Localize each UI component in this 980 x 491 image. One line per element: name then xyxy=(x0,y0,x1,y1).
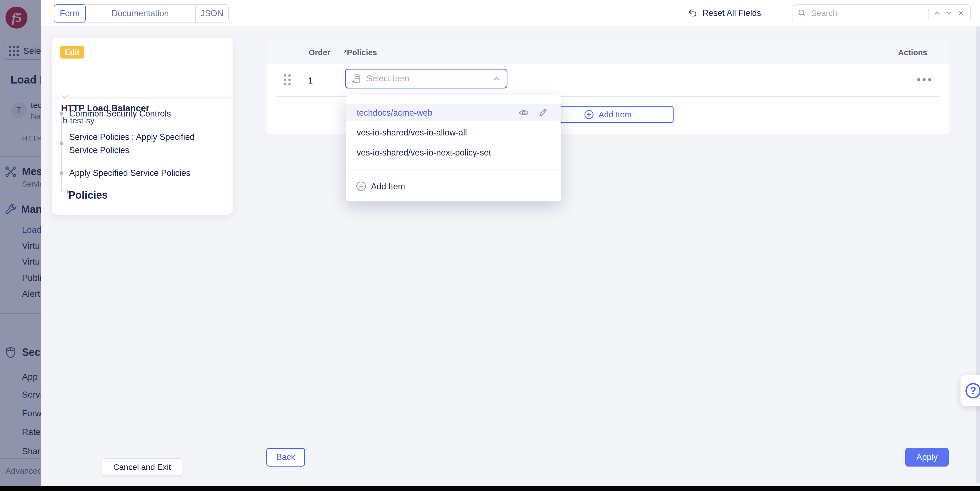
divider xyxy=(52,97,232,97)
dropdown-option-ves-io-next-policy-set[interactable]: ves-io-shared/ves-io-next-policy-set xyxy=(357,148,491,158)
dropdown-divider xyxy=(346,169,561,170)
form-overlay-page: Form Documentation JSON Reset All Fields xyxy=(41,0,980,491)
tab-form[interactable]: Form xyxy=(54,5,86,22)
column-header-actions: Actions xyxy=(898,48,927,57)
stepper-connector xyxy=(62,191,67,192)
tab-documentation[interactable]: Documentation xyxy=(85,5,195,22)
step-dot xyxy=(60,142,64,145)
collapse-chevron-icon[interactable] xyxy=(60,94,70,100)
view-mode-tabs: Form Documentation JSON xyxy=(54,5,229,22)
chevron-up-icon xyxy=(492,75,501,83)
edit-pencil-icon[interactable] xyxy=(538,107,548,118)
add-item-button[interactable]: Add Item xyxy=(542,106,674,123)
search-icon xyxy=(797,8,807,18)
left-navigation-sidebar: f5 Sele Load Ba T tec Nam HTTP Mes Servi… xyxy=(0,0,41,491)
step-service-policies[interactable]: Service Policies : Apply Specified Servi… xyxy=(69,131,215,157)
select-item-icon xyxy=(352,73,362,83)
cancel-and-exit-button[interactable]: Cancel and Exit xyxy=(102,458,182,476)
column-header-policies: *Policies xyxy=(344,48,377,57)
dropdown-add-item[interactable]: Add Item xyxy=(371,182,405,191)
step-apply-specified-service-policies[interactable]: Apply Specified Service Policies xyxy=(69,168,215,179)
help-button[interactable]: ? xyxy=(961,375,980,406)
stepper-line xyxy=(61,106,62,192)
step-policies-active[interactable]: Policies xyxy=(68,188,214,202)
dropdown-option-ves-io-allow-all[interactable]: ves-io-shared/ves-io-allow-all xyxy=(357,128,467,138)
back-button[interactable]: Back xyxy=(266,448,305,467)
add-item-label: Add Item xyxy=(598,110,632,119)
question-mark-icon: ? xyxy=(966,383,980,399)
page-scrollbar[interactable] xyxy=(976,26,980,484)
table-header-row: Order *Policies Actions xyxy=(267,41,949,64)
row-order-value: 1 xyxy=(308,76,313,86)
apply-button[interactable]: Apply xyxy=(905,448,949,467)
reset-all-fields-label: Reset All Fields xyxy=(702,8,761,18)
step-common-security-controls[interactable]: Common Security Controls xyxy=(69,108,215,119)
undo-arrow-icon xyxy=(687,8,698,18)
form-nav-panel: Edit HTTP Load Balancer lb-test-sy Commo… xyxy=(52,38,232,215)
search-input[interactable] xyxy=(811,8,924,18)
column-header-order: Order xyxy=(309,48,330,57)
divider xyxy=(928,8,929,19)
step-dot xyxy=(60,112,64,116)
drag-handle-icon[interactable] xyxy=(284,74,291,86)
search-box xyxy=(792,4,970,22)
reset-all-fields-button[interactable]: Reset All Fields xyxy=(687,0,761,26)
search-clear-icon[interactable] xyxy=(957,9,965,17)
screen-bottom-strip xyxy=(0,486,980,491)
policy-select-dropdown[interactable]: Select Item xyxy=(345,69,508,88)
step-dot xyxy=(60,171,64,175)
app-screen: f5 Sele Load Ba T tec Nam HTTP Mes Servi… xyxy=(0,0,980,491)
policy-select-placeholder: Select Item xyxy=(367,73,487,83)
search-next-icon[interactable] xyxy=(945,9,953,17)
row-actions-menu-icon[interactable] xyxy=(917,78,931,81)
tab-json[interactable]: JSON xyxy=(195,5,228,22)
policy-dropdown-menu: techdocs/acme-web ves-io-shared/ves-io-a… xyxy=(346,95,561,201)
plus-circle-icon xyxy=(356,181,367,192)
view-icon[interactable] xyxy=(519,108,528,118)
edit-badge: Edit xyxy=(60,46,84,59)
dropdown-option-techdocs-acme-web[interactable]: techdocs/acme-web xyxy=(357,108,433,118)
sidebar-dim-scrim xyxy=(0,0,41,491)
plus-circle-icon xyxy=(584,109,594,120)
search-prev-icon[interactable] xyxy=(933,9,941,17)
